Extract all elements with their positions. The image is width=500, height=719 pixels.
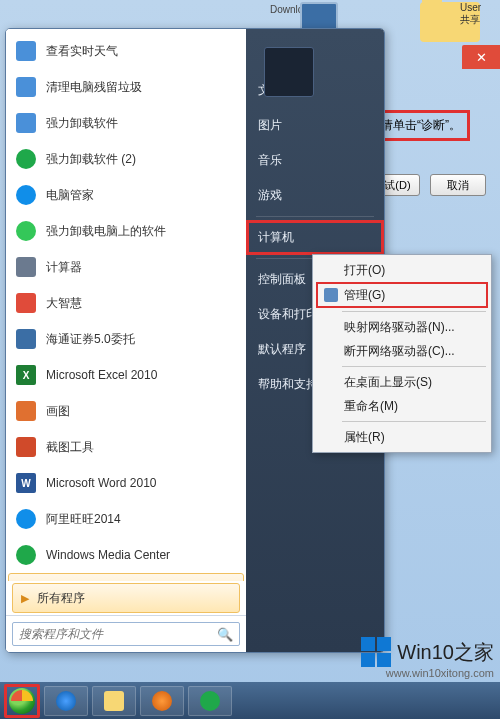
separator <box>342 311 486 312</box>
program-item[interactable]: 电脑管家 <box>8 177 244 213</box>
program-label: Microsoft Excel 2010 <box>46 368 157 382</box>
context-menu-item[interactable]: 管理(G) <box>316 282 488 308</box>
weather-icon <box>14 39 38 63</box>
program-item[interactable]: 强力卸载软件 <box>8 105 244 141</box>
arrow-right-icon: ▶ <box>21 592 29 605</box>
windows-logo-icon <box>361 637 391 667</box>
start-button[interactable] <box>4 684 40 718</box>
paint-icon <box>14 399 38 423</box>
context-menu-label: 重命名(M) <box>344 398 398 415</box>
program-item[interactable]: 截图工具 <box>8 429 244 465</box>
watermark: Win10之家 www.win10xitong.com <box>361 637 494 679</box>
separator <box>256 216 374 217</box>
search-input[interactable] <box>19 627 217 641</box>
folder-icon <box>104 691 124 711</box>
heart-icon <box>14 291 38 315</box>
program-item[interactable]: 查看实时天气 <box>8 33 244 69</box>
program-item[interactable]: 画图 <box>8 393 244 429</box>
program-label: Windows Media Center <box>46 548 170 562</box>
program-label: 清理电脑残留垃圾 <box>46 79 142 96</box>
program-item[interactable]: 大智慧 <box>8 285 244 321</box>
program-label: 强力卸载软件 <box>46 115 118 132</box>
context-menu-label: 在桌面上显示(S) <box>344 374 432 391</box>
monitor-icon <box>14 327 38 351</box>
program-item[interactable]: 计算器 <box>8 249 244 285</box>
windows-orb-icon <box>9 688 35 714</box>
context-menu-item[interactable]: 在桌面上显示(S) <box>316 370 488 394</box>
right-pane-item[interactable]: 游戏 <box>246 178 384 213</box>
context-menu-label: 属性(R) <box>344 429 385 446</box>
shield-green-icon <box>14 147 38 171</box>
program-label: 计算器 <box>46 259 82 276</box>
right-pane-item[interactable]: 音乐 <box>246 143 384 178</box>
right-pane-item[interactable]: 计算机 <box>246 220 384 255</box>
context-menu-label: 打开(O) <box>344 262 385 279</box>
context-menu-item[interactable]: 打开(O) <box>316 258 488 282</box>
gear-icon <box>323 287 339 303</box>
taskbar-ie[interactable] <box>44 686 88 716</box>
program-item[interactable]: 应用宝 <box>8 573 244 581</box>
wmp-icon <box>152 691 172 711</box>
context-menu-label: 映射网络驱动器(N)... <box>344 319 455 336</box>
separator <box>342 366 486 367</box>
shield-blue-icon <box>14 183 38 207</box>
cleanup-icon <box>14 75 38 99</box>
uninstall-icon <box>14 111 38 135</box>
context-menu-label: 管理(G) <box>344 287 385 304</box>
excel-icon: X <box>14 363 38 387</box>
program-item[interactable]: 强力卸载软件 (2) <box>8 141 244 177</box>
program-item[interactable]: WMicrosoft Word 2010 <box>8 465 244 501</box>
program-item[interactable]: 阿里旺旺2014 <box>8 501 244 537</box>
program-label: 电脑管家 <box>46 187 94 204</box>
taskbar <box>0 682 500 719</box>
program-label: Microsoft Word 2010 <box>46 476 157 490</box>
program-item[interactable]: 清理电脑残留垃圾 <box>8 69 244 105</box>
program-label: 截图工具 <box>46 439 94 456</box>
word-icon: W <box>14 471 38 495</box>
user-avatar[interactable] <box>264 47 314 97</box>
start-menu-left: 查看实时天气清理电脑残留垃圾强力卸载软件强力卸载软件 (2)电脑管家强力卸载电脑… <box>6 29 246 652</box>
taskbar-explorer[interactable] <box>92 686 136 716</box>
wmc-icon <box>200 691 220 711</box>
program-item[interactable]: Windows Media Center <box>8 537 244 573</box>
program-label: 画图 <box>46 403 70 420</box>
program-label: 大智慧 <box>46 295 82 312</box>
separator <box>342 421 486 422</box>
wmc-icon <box>14 543 38 567</box>
taskbar-wmp[interactable] <box>140 686 184 716</box>
all-programs-label: 所有程序 <box>37 590 85 607</box>
cancel-button[interactable]: 取消 <box>430 174 486 196</box>
search-box[interactable]: 🔍 <box>12 622 240 646</box>
program-list: 查看实时天气清理电脑残留垃圾强力卸载软件强力卸载软件 (2)电脑管家强力卸载电脑… <box>6 29 246 581</box>
program-label: 查看实时天气 <box>46 43 118 60</box>
right-pane-item[interactable]: 图片 <box>246 108 384 143</box>
context-menu-item[interactable]: 重命名(M) <box>316 394 488 418</box>
search-icon: 🔍 <box>217 627 233 642</box>
program-item[interactable]: 海通证券5.0委托 <box>8 321 244 357</box>
context-menu-item[interactable]: 属性(R) <box>316 425 488 449</box>
program-item[interactable]: 强力卸载电脑上的软件 <box>8 213 244 249</box>
yingyongbao-icon <box>15 579 39 581</box>
dots-icon <box>14 219 38 243</box>
all-programs-button[interactable]: ▶ 所有程序 <box>12 583 240 613</box>
snip-icon <box>14 435 38 459</box>
program-label: 海通证券5.0委托 <box>46 331 135 348</box>
close-icon[interactable]: ✕ <box>462 45 500 69</box>
user-folder-label: User 共享 <box>460 2 481 27</box>
context-menu-label: 断开网络驱动器(C)... <box>344 343 455 360</box>
calculator-icon <box>14 255 38 279</box>
ie-icon <box>56 691 76 711</box>
wangwang-icon <box>14 507 38 531</box>
program-label: 强力卸载软件 (2) <box>46 151 136 168</box>
context-menu: 打开(O)管理(G)映射网络驱动器(N)...断开网络驱动器(C)...在桌面上… <box>312 254 492 453</box>
program-item[interactable]: XMicrosoft Excel 2010 <box>8 357 244 393</box>
context-menu-item[interactable]: 映射网络驱动器(N)... <box>316 315 488 339</box>
context-menu-item[interactable]: 断开网络驱动器(C)... <box>316 339 488 363</box>
program-label: 阿里旺旺2014 <box>46 511 121 528</box>
program-label: 强力卸载电脑上的软件 <box>46 223 166 240</box>
taskbar-wmc[interactable] <box>188 686 232 716</box>
